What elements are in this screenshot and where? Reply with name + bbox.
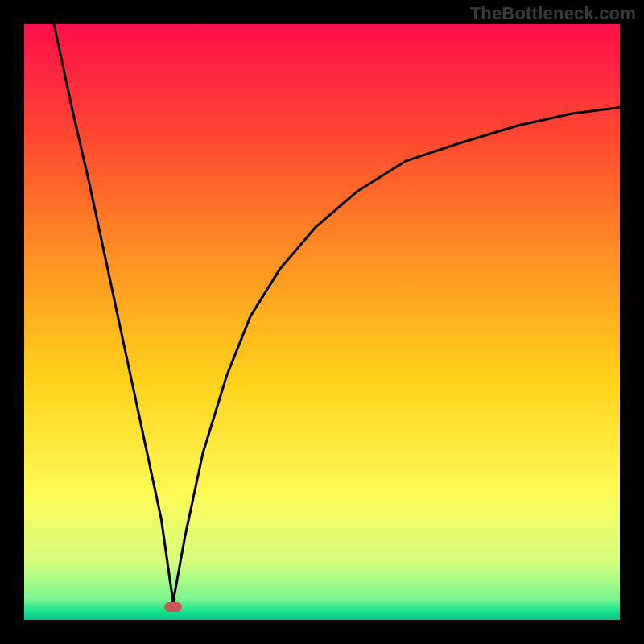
watermark-text: TheBottleneck.com — [470, 3, 636, 24]
chart-frame: TheBottleneck.com — [0, 0, 644, 644]
optimal-point-marker — [164, 602, 182, 612]
plot-area — [24, 24, 620, 620]
background-gradient — [24, 24, 620, 620]
svg-rect-0 — [24, 24, 620, 620]
